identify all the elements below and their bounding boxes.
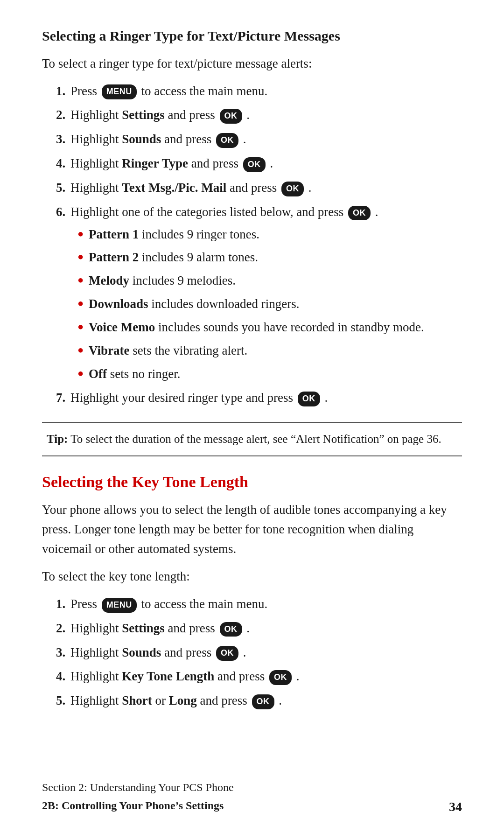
s2-step-3-num: 3. [56,645,65,659]
bullet-voicememo: Voice Memo includes sounds you have reco… [79,318,462,337]
ok-badge-6: OK [348,206,371,221]
ok-badge-s2-3: OK [216,646,238,661]
ok-badge-s2-5: OK [252,694,274,709]
ok-badge-s2-4: OK [269,670,292,685]
s2-step-5: 5. Highlight Short or Long and press OK … [51,691,462,711]
step-1-num: 1. [56,84,65,98]
bullet-voicememo-bold: Voice Memo [89,320,155,334]
footer-left: Section 2: Understanding Your PCS Phone … [42,778,234,814]
s2-step-3-bold: Sounds [122,645,161,659]
step-2: 2. Highlight Settings and press OK . [51,105,462,125]
bullet-vibrate: Vibrate sets the vibrating alert. [79,341,462,361]
s2-step-2-bold: Settings [122,621,165,635]
step-4-bold: Ringer Type [122,156,188,170]
bullet-downloads: Downloads includes downloaded ringers. [79,294,462,314]
ok-badge-5: OK [281,182,304,196]
s2-step-4: 4. Highlight Key Tone Length and press O… [51,667,462,686]
section2-title: Selecting the Key Tone Length [42,473,462,491]
step-3-bold: Sounds [122,132,161,146]
step-3-num: 3. [56,132,65,146]
bullet-vibrate-bold: Vibrate [89,343,129,357]
s2-step-5-bold2: Long [169,693,197,707]
step-5-num: 5. [56,181,65,195]
section2-body1: Your phone allows you to select the leng… [42,500,462,559]
bullet-melody-bold: Melody [89,273,129,287]
ok-badge-7: OK [298,392,320,406]
footer-page-number: 34 [449,799,462,814]
bullet-pattern2-bold: Pattern 2 [89,250,139,264]
bullet-pattern2: Pattern 2 includes 9 alarm tones. [79,248,462,267]
s2-step-3: 3. Highlight Sounds and press OK . [51,643,462,663]
tip-box: Tip: To select the duration of the messa… [42,422,462,456]
s2-step-4-num: 4. [56,669,65,683]
step-4: 4. Highlight Ringer Type and press OK . [51,154,462,174]
bullet-melody: Melody includes 9 melodies. [79,271,462,291]
step-2-num: 2. [56,108,65,122]
s2-step-5-num: 5. [56,693,65,707]
section2-steps-list: 1. Press MENU to access the main menu. 2… [51,595,462,711]
bullet-downloads-bold: Downloads [89,297,148,311]
s2-step-4-bold: Key Tone Length [122,669,214,683]
footer-subsection-label: 2B: Controlling Your Phone’s Settings [42,797,234,814]
step-6-num: 6. [56,205,65,219]
menu-badge-s2-1: MENU [102,598,137,613]
bullet-pattern1-bold: Pattern 1 [89,227,139,241]
step-3: 3. Highlight Sounds and press OK . [51,130,462,149]
s2-step-5-bold: Short [122,693,152,707]
section1-steps-list: 1. Press MENU to access the main menu. 2… [51,82,462,408]
menu-badge-1: MENU [102,84,137,99]
ok-badge-3: OK [216,133,238,148]
s2-step-2: 2. Highlight Settings and press OK . [51,619,462,638]
section1: Selecting a Ringer Type for Text/Picture… [42,28,462,408]
step-4-num: 4. [56,156,65,170]
s2-step-1: 1. Press MENU to access the main menu. [51,595,462,614]
step-1: 1. Press MENU to access the main menu. [51,82,462,101]
bullet-pattern1: Pattern 1 includes 9 ringer tones. [79,225,462,245]
step-7: 7. Highlight your desired ringer type an… [51,388,462,408]
footer-section-label: Section 2: Understanding Your PCS Phone [42,778,234,796]
ok-badge-s2-2: OK [220,622,242,637]
bullet-off: Off sets no ringer. [79,364,462,384]
tip-text: To select the duration of the message al… [68,433,441,445]
step-5: 5. Highlight Text Msg./Pic. Mail and pre… [51,178,462,198]
s2-step-2-num: 2. [56,621,65,635]
section2-intro: To select the key tone length: [42,567,462,586]
step-6: 6. Highlight one of the categories liste… [51,203,462,384]
section1-title: Selecting a Ringer Type for Text/Picture… [42,28,462,44]
step-2-bold: Settings [122,108,165,122]
section2: Selecting the Key Tone Length Your phone… [42,473,462,711]
step-5-bold: Text Msg./Pic. Mail [122,181,226,195]
s2-step-1-num: 1. [56,597,65,611]
ok-badge-4: OK [243,157,266,172]
bullet-off-bold: Off [89,367,107,381]
bullet-list: Pattern 1 includes 9 ringer tones. Patte… [79,225,462,384]
tip-label: Tip: [47,433,68,445]
step-7-num: 7. [56,391,65,405]
section1-intro: To select a ringer type for text/picture… [42,54,462,73]
ok-badge-2: OK [220,109,242,124]
footer: Section 2: Understanding Your PCS Phone … [42,778,462,814]
